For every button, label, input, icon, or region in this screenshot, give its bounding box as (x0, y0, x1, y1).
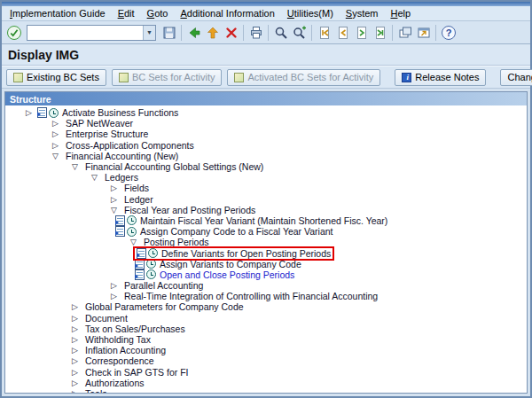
collapse-icon[interactable]: ▽ (107, 205, 121, 215)
find-icon[interactable] (271, 24, 290, 42)
command-field-wrap: ▼ (27, 25, 156, 41)
tree-item-assign-company-code-to-a-fiscal-year-variant[interactable]: Assign Company Code to a Fiscal Year Var… (5, 226, 527, 237)
tree-item-cross-application-components[interactable]: ▷Cross-Application Components (5, 140, 527, 151)
svg-text:?: ? (445, 27, 451, 38)
img-documentation-icon[interactable] (135, 269, 145, 280)
expand-icon[interactable]: ▷ (107, 280, 121, 291)
menu-goto[interactable]: Goto (141, 7, 175, 20)
expand-icon[interactable]: ▷ (68, 324, 82, 334)
tree-item-withholding-tax[interactable]: ▷Withholding Tax (5, 334, 527, 345)
button-existing-bc-sets[interactable]: Existing BC Sets (6, 69, 106, 86)
expand-icon[interactable]: ▷ (68, 345, 82, 355)
create-shortcut-icon[interactable] (414, 24, 433, 42)
tree-item-parallel-accounting[interactable]: ▷Parallel Accounting (5, 280, 527, 291)
back-icon[interactable] (184, 24, 203, 42)
exit-icon[interactable] (203, 24, 222, 42)
expand-icon[interactable]: ▷ (49, 118, 62, 129)
collapse-icon[interactable]: ▽ (88, 172, 101, 183)
tree-item-label: Assign Company Code to a Fiscal Year Var… (138, 226, 333, 237)
img-activity-icon[interactable] (49, 108, 59, 118)
expand-icon[interactable]: ▷ (68, 367, 82, 378)
tree-item-document[interactable]: ▷Document (5, 313, 527, 324)
print-icon[interactable] (246, 24, 265, 42)
img-documentation-icon[interactable] (37, 107, 47, 118)
tree-item-global-parameters-for-company-code[interactable]: ▷Global Parameters for Company Code (5, 301, 527, 312)
img-activity-icon[interactable] (127, 227, 137, 237)
expand-icon[interactable]: ▷ (49, 140, 62, 151)
expand-icon[interactable]: ▷ (68, 313, 82, 324)
img-activity-icon[interactable] (146, 269, 156, 279)
tree-item-authorizations[interactable]: ▷Authorizations (5, 378, 527, 388)
tree-item-label: Financial Accounting Global Settings (Ne… (83, 161, 263, 172)
tree-item-label: Check in SAP GTS for FI (83, 367, 189, 378)
tree-item-enterprise-structure[interactable]: ▷Enterprise Structure (5, 129, 527, 139)
cancel-icon[interactable] (222, 24, 240, 42)
tree-item-label: Open and Close Posting Periods (158, 269, 294, 280)
tree-item-tax-on-sales-purchases[interactable]: ▷Tax on Sales/Purchases (5, 324, 527, 334)
tree-item-ledger[interactable]: ▷Ledger (5, 194, 527, 205)
expand-icon[interactable]: ▷ (22, 107, 35, 118)
button-change-log[interactable]: Change Log (500, 69, 532, 86)
help-icon[interactable]: ? (439, 24, 458, 42)
tree-item-ledgers[interactable]: ▽Ledgers (5, 172, 527, 183)
tree-item-tools[interactable]: ▷Tools (5, 388, 527, 393)
tree-item-fields[interactable]: ▷Fields (5, 183, 527, 193)
tree-item-sap-netweaver[interactable]: ▷SAP NetWeaver (5, 118, 527, 129)
highlighted-activity: Define Variants for Open Posting Periods (133, 246, 334, 261)
tree-item-fiscal-year-and-posting-periods[interactable]: ▽Fiscal Year and Posting Periods (5, 205, 527, 215)
menu-edit[interactable]: Edit (112, 7, 141, 20)
img-activity-icon[interactable] (146, 259, 156, 269)
tree-item-correspondence[interactable]: ▷Correspondence (5, 355, 527, 366)
expand-icon[interactable]: ▷ (49, 129, 62, 139)
expand-icon[interactable]: ▷ (107, 194, 121, 205)
img-documentation-icon[interactable] (137, 248, 146, 259)
img-documentation-icon[interactable] (115, 215, 125, 226)
menu-help[interactable]: Help (385, 7, 418, 20)
tree-item-financial-accounting-global-settings-new[interactable]: ▽Financial Accounting Global Settings (N… (5, 161, 527, 172)
tree-row-body: Authorizations (82, 378, 146, 388)
button-activated-bc-sets-for-activity[interactable]: Activated BC Sets for Activity (227, 69, 380, 86)
expand-icon[interactable]: ▷ (68, 388, 82, 393)
tree-item-label: Real-Time Integration of Controlling wit… (122, 291, 378, 301)
collapse-icon[interactable]: ▽ (68, 161, 82, 172)
menu-utilities-m[interactable]: Utilities(M) (281, 7, 340, 20)
tree-item-maintain-fiscal-year-variant-maintain-shortened-fisc-year[interactable]: Maintain Fiscal Year Variant (Maintain S… (5, 215, 527, 226)
new-session-icon[interactable] (395, 24, 414, 42)
button-release-notes[interactable]: Release Notes (395, 69, 486, 86)
menu-additional-information[interactable]: Additional Information (174, 7, 280, 20)
tree-item-label: Parallel Accounting (122, 280, 203, 291)
tree-item-label: Document (83, 313, 128, 324)
tree-item-financial-accounting-new[interactable]: ▽Financial Accounting (New) (5, 151, 527, 161)
img-tree: ▷Activate Business Functions▷SAP NetWeav… (5, 105, 527, 393)
tree-item-activate-business-functions[interactable]: ▷Activate Business Functions (5, 107, 527, 118)
command-field[interactable] (27, 26, 143, 40)
title-row: Display IMG (2, 44, 530, 65)
expand-icon[interactable]: ▷ (68, 301, 82, 312)
previous-page-icon[interactable] (333, 24, 352, 42)
img-activity-icon[interactable] (127, 215, 137, 225)
next-page-icon[interactable] (352, 24, 371, 42)
expand-icon[interactable]: ▷ (68, 378, 82, 388)
menu-implementation-guide[interactable]: Implementation Guide (4, 7, 112, 20)
tree-item-inflation-accounting[interactable]: ▷Inflation Accounting (5, 345, 527, 355)
expand-icon[interactable]: ▷ (68, 355, 82, 366)
enter-icon[interactable] (4, 24, 23, 42)
find-next-icon[interactable] (290, 24, 309, 42)
img-documentation-icon[interactable] (115, 226, 125, 237)
expand-icon[interactable]: ▷ (68, 334, 82, 345)
expand-icon[interactable]: ▷ (107, 183, 121, 193)
tree-item-open-and-close-posting-periods[interactable]: Open and Close Posting Periods (5, 269, 527, 280)
button-bc-sets-for-activity[interactable]: BC Sets for Activity (112, 69, 223, 86)
img-activity-icon[interactable] (148, 248, 158, 258)
first-page-icon[interactable] (315, 24, 333, 42)
last-page-icon[interactable] (371, 24, 389, 42)
collapse-icon[interactable]: ▽ (49, 151, 62, 161)
command-dropdown-icon[interactable]: ▼ (143, 26, 155, 40)
expand-icon[interactable]: ▷ (107, 291, 121, 301)
tree-item-check-in-sap-gts-for-fi[interactable]: ▷Check in SAP GTS for FI (5, 367, 527, 378)
save-icon[interactable] (160, 24, 178, 42)
menu-system[interactable]: System (340, 7, 385, 20)
tree-row-body: Maintain Fiscal Year Variant (Maintain S… (113, 215, 389, 226)
tree-item-define-variants-for-open-posting-periods[interactable]: Define Variants for Open Posting Periods (5, 247, 527, 258)
tree-item-real-time-integration-of-controlling-with-financial-accounting[interactable]: ▷Real-Time Integration of Controlling wi… (5, 291, 527, 301)
